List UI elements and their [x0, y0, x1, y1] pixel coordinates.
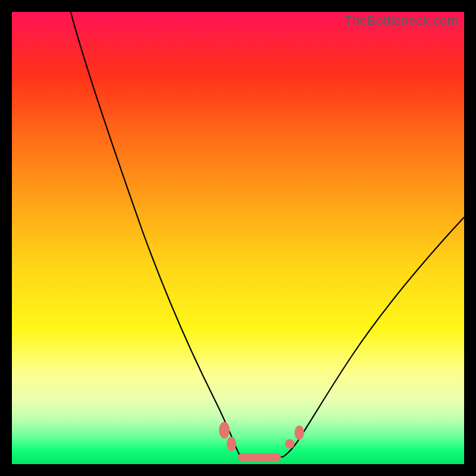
marker-right-upper: [295, 425, 304, 440]
curve-right: [283, 217, 464, 457]
marker-right-lower: [285, 439, 295, 449]
marker-left-lower: [227, 437, 236, 451]
plot-area: TheBottleneck.com: [12, 12, 464, 464]
marker-flat-pill: [238, 453, 281, 461]
chart-frame: TheBottleneck.com: [0, 0, 476, 476]
curve-layer: [12, 12, 464, 464]
marker-left-upper: [219, 422, 230, 439]
curve-left: [71, 12, 241, 457]
